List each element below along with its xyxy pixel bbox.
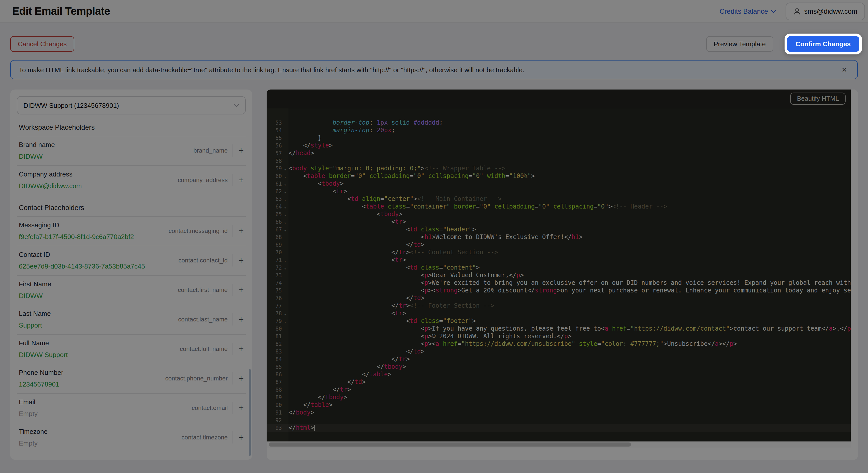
spotlight-ring: Confirm Changes [784, 34, 862, 55]
confirm-button[interactable]: Confirm Changes [787, 36, 859, 52]
dim-overlay [0, 0, 868, 473]
page: Edit Email Template Credits Balance sms@… [0, 0, 868, 473]
